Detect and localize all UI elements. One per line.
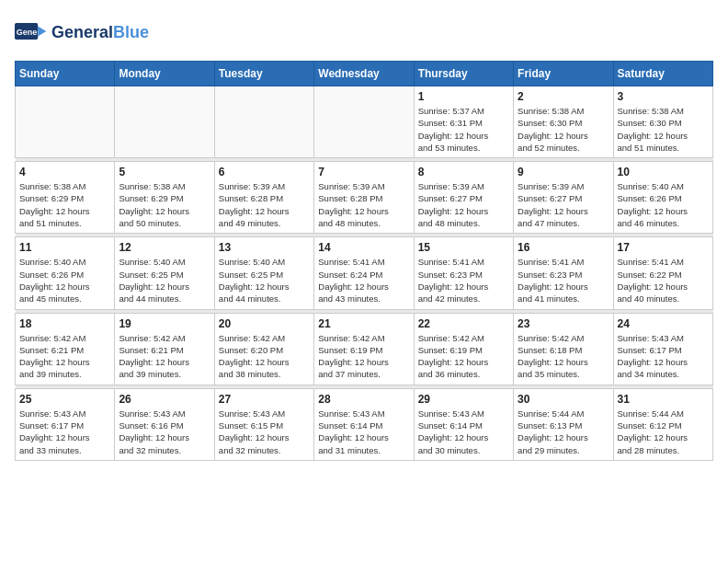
calendar-day-cell: 13Sunrise: 5:40 AM Sunset: 6:25 PM Dayli… — [214, 237, 313, 309]
day-number: 22 — [418, 317, 509, 330]
day-info: Sunrise: 5:42 AM Sunset: 6:21 PM Dayligh… — [119, 332, 210, 381]
calendar-day-cell: 9Sunrise: 5:39 AM Sunset: 6:27 PM Daylig… — [514, 162, 613, 234]
day-info: Sunrise: 5:42 AM Sunset: 6:19 PM Dayligh… — [318, 332, 409, 381]
day-info: Sunrise: 5:38 AM Sunset: 6:29 PM Dayligh… — [19, 180, 110, 229]
day-info: Sunrise: 5:39 AM Sunset: 6:28 PM Dayligh… — [219, 180, 310, 229]
weekday-header-tuesday: Tuesday — [214, 62, 313, 86]
calendar-day-cell: 30Sunrise: 5:44 AM Sunset: 6:13 PM Dayli… — [514, 388, 613, 460]
calendar-day-cell: 21Sunrise: 5:42 AM Sunset: 6:19 PM Dayli… — [314, 313, 414, 385]
day-number: 19 — [119, 317, 210, 330]
calendar-week-row: 11Sunrise: 5:40 AM Sunset: 6:26 PM Dayli… — [16, 237, 713, 309]
day-number: 10 — [618, 166, 709, 178]
calendar-day-cell: 16Sunrise: 5:41 AM Sunset: 6:23 PM Dayli… — [514, 237, 613, 309]
day-info: Sunrise: 5:40 AM Sunset: 6:25 PM Dayligh… — [119, 256, 210, 304]
weekday-header-row: SundayMondayTuesdayWednesdayThursdayFrid… — [16, 62, 713, 86]
day-number: 14 — [318, 241, 409, 254]
day-info: Sunrise: 5:40 AM Sunset: 6:25 PM Dayligh… — [219, 256, 310, 304]
calendar-day-cell: 10Sunrise: 5:40 AM Sunset: 6:26 PM Dayli… — [613, 162, 712, 234]
calendar-day-cell: 4Sunrise: 5:38 AM Sunset: 6:29 PM Daylig… — [16, 162, 115, 234]
day-info: Sunrise: 5:42 AM Sunset: 6:19 PM Dayligh… — [418, 332, 509, 381]
calendar-day-cell — [115, 86, 214, 158]
weekday-header-saturday: Saturday — [613, 62, 712, 86]
day-number: 12 — [119, 241, 210, 254]
logo-text: GeneralBlue — [51, 23, 149, 42]
logo-icon: General — [15, 15, 48, 48]
day-number: 17 — [618, 241, 709, 254]
day-info: Sunrise: 5:44 AM Sunset: 6:13 PM Dayligh… — [518, 408, 609, 456]
day-number: 28 — [318, 393, 409, 406]
logo: General GeneralBlue — [15, 15, 149, 50]
day-number: 5 — [119, 166, 210, 178]
calendar-week-row: 1Sunrise: 5:37 AM Sunset: 6:31 PM Daylig… — [16, 86, 713, 158]
weekday-header-sunday: Sunday — [16, 62, 115, 86]
day-number: 13 — [219, 241, 310, 254]
day-info: Sunrise: 5:44 AM Sunset: 6:12 PM Dayligh… — [618, 408, 709, 456]
day-info: Sunrise: 5:41 AM Sunset: 6:24 PM Dayligh… — [318, 256, 409, 304]
day-info: Sunrise: 5:41 AM Sunset: 6:22 PM Dayligh… — [618, 256, 709, 304]
day-number: 18 — [19, 317, 110, 330]
day-number: 27 — [219, 393, 310, 406]
calendar-day-cell: 27Sunrise: 5:43 AM Sunset: 6:15 PM Dayli… — [214, 388, 313, 460]
calendar-day-cell: 18Sunrise: 5:42 AM Sunset: 6:21 PM Dayli… — [16, 313, 115, 385]
calendar-week-row: 18Sunrise: 5:42 AM Sunset: 6:21 PM Dayli… — [16, 313, 713, 385]
day-number: 8 — [418, 166, 509, 178]
calendar-day-cell: 8Sunrise: 5:39 AM Sunset: 6:27 PM Daylig… — [414, 162, 513, 234]
day-info: Sunrise: 5:39 AM Sunset: 6:27 PM Dayligh… — [518, 180, 609, 229]
day-info: Sunrise: 5:40 AM Sunset: 6:26 PM Dayligh… — [19, 256, 110, 304]
day-info: Sunrise: 5:38 AM Sunset: 6:30 PM Dayligh… — [618, 105, 709, 154]
day-number: 24 — [618, 317, 709, 330]
day-number: 29 — [418, 393, 509, 406]
weekday-header-friday: Friday — [514, 62, 613, 86]
day-number: 20 — [219, 317, 310, 330]
day-info: Sunrise: 5:43 AM Sunset: 6:17 PM Dayligh… — [19, 408, 110, 456]
calendar-day-cell: 7Sunrise: 5:39 AM Sunset: 6:28 PM Daylig… — [314, 162, 414, 234]
calendar-day-cell: 19Sunrise: 5:42 AM Sunset: 6:21 PM Dayli… — [115, 313, 214, 385]
day-info: Sunrise: 5:42 AM Sunset: 6:20 PM Dayligh… — [219, 332, 310, 381]
day-info: Sunrise: 5:41 AM Sunset: 6:23 PM Dayligh… — [518, 256, 609, 304]
day-number: 7 — [318, 166, 409, 178]
day-info: Sunrise: 5:38 AM Sunset: 6:30 PM Dayligh… — [518, 105, 609, 154]
calendar-day-cell: 24Sunrise: 5:43 AM Sunset: 6:17 PM Dayli… — [613, 313, 712, 385]
weekday-header-wednesday: Wednesday — [314, 62, 414, 86]
calendar-day-cell: 11Sunrise: 5:40 AM Sunset: 6:26 PM Dayli… — [16, 237, 115, 309]
calendar-day-cell — [314, 86, 414, 158]
weekday-header-monday: Monday — [115, 62, 214, 86]
calendar-day-cell: 29Sunrise: 5:43 AM Sunset: 6:14 PM Dayli… — [414, 388, 513, 460]
calendar-day-cell: 31Sunrise: 5:44 AM Sunset: 6:12 PM Dayli… — [613, 388, 712, 460]
calendar-day-cell: 15Sunrise: 5:41 AM Sunset: 6:23 PM Dayli… — [414, 237, 513, 309]
day-info: Sunrise: 5:42 AM Sunset: 6:21 PM Dayligh… — [19, 332, 110, 381]
calendar: SundayMondayTuesdayWednesdayThursdayFrid… — [15, 61, 713, 461]
day-info: Sunrise: 5:43 AM Sunset: 6:14 PM Dayligh… — [418, 408, 509, 456]
calendar-day-cell: 22Sunrise: 5:42 AM Sunset: 6:19 PM Dayli… — [414, 313, 513, 385]
calendar-day-cell: 2Sunrise: 5:38 AM Sunset: 6:30 PM Daylig… — [514, 86, 613, 158]
calendar-week-row: 25Sunrise: 5:43 AM Sunset: 6:17 PM Dayli… — [16, 388, 713, 460]
day-number: 31 — [618, 393, 709, 406]
calendar-day-cell: 14Sunrise: 5:41 AM Sunset: 6:24 PM Dayli… — [314, 237, 414, 309]
day-info: Sunrise: 5:43 AM Sunset: 6:14 PM Dayligh… — [318, 408, 409, 456]
day-number: 25 — [19, 393, 110, 406]
header: General GeneralBlue — [15, 15, 713, 50]
calendar-day-cell — [214, 86, 313, 158]
day-info: Sunrise: 5:43 AM Sunset: 6:15 PM Dayligh… — [219, 408, 310, 456]
day-info: Sunrise: 5:39 AM Sunset: 6:27 PM Dayligh… — [418, 180, 509, 229]
calendar-day-cell: 28Sunrise: 5:43 AM Sunset: 6:14 PM Dayli… — [314, 388, 414, 460]
calendar-day-cell: 5Sunrise: 5:38 AM Sunset: 6:29 PM Daylig… — [115, 162, 214, 234]
day-number: 3 — [618, 90, 709, 103]
day-info: Sunrise: 5:43 AM Sunset: 6:16 PM Dayligh… — [119, 408, 210, 456]
day-info: Sunrise: 5:41 AM Sunset: 6:23 PM Dayligh… — [418, 256, 509, 304]
calendar-day-cell: 26Sunrise: 5:43 AM Sunset: 6:16 PM Dayli… — [115, 388, 214, 460]
calendar-day-cell: 17Sunrise: 5:41 AM Sunset: 6:22 PM Dayli… — [613, 237, 712, 309]
calendar-day-cell: 3Sunrise: 5:38 AM Sunset: 6:30 PM Daylig… — [613, 86, 712, 158]
calendar-day-cell: 20Sunrise: 5:42 AM Sunset: 6:20 PM Dayli… — [214, 313, 313, 385]
day-number: 26 — [119, 393, 210, 406]
day-number: 1 — [418, 90, 509, 103]
calendar-day-cell: 25Sunrise: 5:43 AM Sunset: 6:17 PM Dayli… — [16, 388, 115, 460]
day-info: Sunrise: 5:38 AM Sunset: 6:29 PM Dayligh… — [119, 180, 210, 229]
weekday-header-thursday: Thursday — [414, 62, 513, 86]
day-number: 30 — [518, 393, 609, 406]
calendar-day-cell: 1Sunrise: 5:37 AM Sunset: 6:31 PM Daylig… — [414, 86, 513, 158]
day-info: Sunrise: 5:39 AM Sunset: 6:28 PM Dayligh… — [318, 180, 409, 229]
day-number: 6 — [219, 166, 310, 178]
calendar-day-cell: 23Sunrise: 5:42 AM Sunset: 6:18 PM Dayli… — [514, 313, 613, 385]
day-number: 15 — [418, 241, 509, 254]
